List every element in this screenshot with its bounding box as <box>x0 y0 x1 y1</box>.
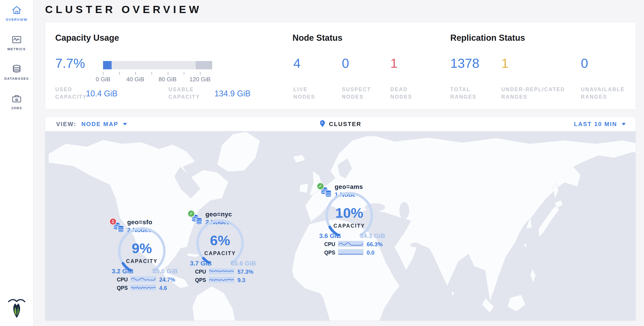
capacity-bar-used <box>103 61 112 69</box>
qps-sparkline <box>209 277 234 283</box>
gauge-caption: CAPACITY <box>322 223 376 229</box>
axis-tick-label: 80 GiB <box>154 76 181 83</box>
sidebar-item-databases[interactable]: DATABASES <box>0 64 33 80</box>
capacity-usable-value: 65.6 GiB <box>231 260 262 267</box>
replication-status-title: Replication Status <box>450 33 525 43</box>
chevron-down-icon <box>622 123 626 125</box>
qps-label: QPS <box>195 277 206 283</box>
used-capacity-label: USED CAPACITY <box>55 86 87 101</box>
gauge-caption: CAPACITY <box>193 250 247 256</box>
capacity-used-value: 3.7 GiB <box>188 260 212 267</box>
gauge-caption: CAPACITY <box>115 258 169 264</box>
metrics-icon <box>0 34 33 45</box>
map-toolbar: VIEW: NODE MAP CLUSTER LAST 10 MIN <box>45 117 636 131</box>
axis-tick <box>103 72 104 75</box>
sidebar-item-label: METRICS <box>0 47 33 51</box>
unavailable-ranges-value: 0 <box>581 56 588 71</box>
dead-nodes-label: DEADNODES <box>390 86 412 101</box>
cpu-sparkline <box>209 268 234 274</box>
cpu-sparkline <box>338 241 364 247</box>
capacity-axis <box>103 72 212 75</box>
sidebar-item-jobs[interactable]: JOBS <box>0 93 33 110</box>
sidebar-item-overview[interactable]: OVERVIEW <box>0 5 33 21</box>
world-map[interactable]: 1 geo=sfo <box>45 131 636 321</box>
sidebar-item-metrics[interactable]: METRICS <box>0 34 33 51</box>
suspect-nodes-value: 0 <box>342 56 349 71</box>
node-map-panel: VIEW: NODE MAP CLUSTER LAST 10 MIN <box>45 117 636 321</box>
view-selector[interactable]: NODE MAP <box>82 121 127 128</box>
qps-value: 0.0 <box>367 249 374 256</box>
gauge-percent: 6% <box>193 232 247 248</box>
page-title: CLUSTER OVERVIEW <box>45 3 202 15</box>
live-nodes-label: LIVENODES <box>293 86 315 101</box>
capacity-bar <box>103 61 212 69</box>
suspect-nodes-label: SUSPECTNODES <box>342 86 371 101</box>
chevron-down-icon <box>123 123 127 125</box>
capacity-percent: 7.7% <box>55 56 85 71</box>
qps-label: QPS <box>324 250 335 256</box>
capacity-usable-value: 35.0 GiB <box>152 268 184 275</box>
axis-tick <box>135 72 136 75</box>
status-badge: 1 <box>109 218 117 225</box>
usable-capacity-value: 134.9 GiB <box>214 89 250 98</box>
capacity-used-value: 3.6 GiB <box>316 232 341 240</box>
briefcase-icon <box>0 93 33 104</box>
cpu-value: 57.3% <box>238 269 254 275</box>
axis-tick <box>119 72 120 75</box>
axis-tick-label: 40 GiB <box>122 76 149 83</box>
node-status-title: Node Status <box>292 33 342 43</box>
cluster-summary-panel: Capacity Usage 7.7% 0 GiB 40 GiB 80 GiB … <box>45 22 636 110</box>
axis-tick <box>152 72 152 75</box>
axis-tick-label: 120 GiB <box>186 76 214 83</box>
locality-marker-ams[interactable]: ✓ geo=ams <box>316 182 391 259</box>
capacity-usable-value: 34.3 GiB <box>360 232 392 240</box>
cpu-label: CPU <box>324 241 335 247</box>
cockroachdb-logo[interactable] <box>0 298 33 322</box>
database-icon <box>0 64 33 74</box>
status-badge: ✓ <box>316 182 324 190</box>
locality-marker-sfo[interactable]: 1 geo=sfo <box>109 218 184 294</box>
qps-value: 9.3 <box>238 277 245 284</box>
dead-nodes-value: 1 <box>390 56 398 71</box>
cpu-value: 24.7% <box>159 277 175 283</box>
locality-marker-nyc[interactable]: ✓ geo=nyc <box>188 210 262 286</box>
qps-sparkline <box>338 249 364 255</box>
usable-capacity-label: USABLE CAPACITY <box>168 86 200 101</box>
sidebar-item-label: OVERVIEW <box>0 17 33 21</box>
breadcrumb: CLUSTER <box>329 121 362 128</box>
cpu-label: CPU <box>195 269 206 275</box>
status-badge: ✓ <box>188 210 195 217</box>
gauge-percent: 10% <box>322 205 376 221</box>
live-nodes-value: 4 <box>293 56 300 71</box>
under-replicated-ranges-value: 1 <box>501 56 508 71</box>
sidebar-nav: OVERVIEW METRICS DATABASES <box>0 0 33 110</box>
location-pin-icon <box>320 120 326 128</box>
qps-label: QPS <box>117 285 128 291</box>
qps-value: 4.6 <box>159 285 167 291</box>
total-ranges-value: 1378 <box>450 56 480 71</box>
time-range-selector[interactable]: LAST 10 MIN <box>574 117 626 131</box>
sidebar-item-label: JOBS <box>0 106 33 110</box>
unavailable-ranges-label: UNAVAILABLERANGES <box>581 86 624 101</box>
total-ranges-label: TOTALRANGES <box>450 86 476 101</box>
sidebar-item-label: DATABASES <box>0 77 33 80</box>
capacity-bar-reserved <box>196 61 212 69</box>
axis-tick-label: 0 GiB <box>90 76 116 83</box>
cpu-sparkline <box>130 276 156 282</box>
qps-sparkline <box>130 285 156 290</box>
axis-tick <box>184 72 184 75</box>
cpu-value: 66.3% <box>367 241 383 248</box>
view-label: VIEW: <box>56 121 76 128</box>
cpu-label: CPU <box>117 277 128 283</box>
gauge-percent: 9% <box>115 240 169 256</box>
under-replicated-ranges-label: UNDER-REPLICATEDRANGES <box>501 86 565 101</box>
capacity-used-value: 3.2 GiB <box>109 268 134 275</box>
capacity-usage-title: Capacity Usage <box>55 33 119 43</box>
sidebar: OVERVIEW METRICS DATABASES <box>0 0 33 326</box>
used-capacity-value: 10.4 GiB <box>86 89 118 98</box>
axis-tick <box>168 72 168 75</box>
axis-tick <box>200 72 200 75</box>
home-icon <box>0 5 33 15</box>
